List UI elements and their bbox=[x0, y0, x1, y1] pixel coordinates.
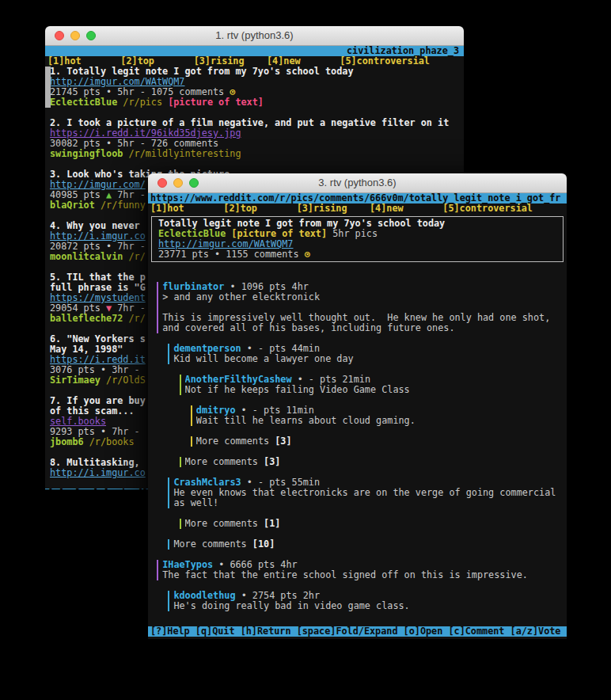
more-comments-label: More comments bbox=[173, 539, 252, 550]
comment-author[interactable]: kdoodlethug bbox=[173, 591, 235, 601]
comment-author[interactable]: dmitryo bbox=[196, 405, 236, 416]
post-link[interactable]: http://imgur.com/WAtWQM7 bbox=[50, 77, 184, 87]
tab-controversial[interactable]: [5]controversial bbox=[442, 204, 533, 214]
post-title: 1. Totally legit note I got from my 7yo'… bbox=[48, 67, 464, 77]
post-item[interactable]: 2. I took a picture of a film negative, … bbox=[48, 118, 464, 169]
comment-text: > and any other elecktronick bbox=[162, 292, 567, 302]
zoom-button[interactable] bbox=[86, 31, 96, 40]
post-link[interactable]: http://i.imgur.co bbox=[50, 468, 146, 478]
tab-rising[interactable]: [3]rising bbox=[194, 56, 245, 67]
post-age-comments: 7hr - bbox=[112, 303, 151, 314]
close-button[interactable] bbox=[55, 31, 64, 40]
tab-new[interactable]: [4]new bbox=[267, 56, 301, 67]
post-subreddit[interactable]: /r/funny bbox=[95, 200, 146, 211]
comment[interactable]: dmitryo • - pts 11minWait till he learns… bbox=[191, 405, 567, 426]
post-author[interactable]: swingingfloob bbox=[50, 149, 123, 159]
post-subreddit[interactable]: /r/mildlyinteresting bbox=[123, 149, 241, 159]
post-item[interactable]: 1. Totally legit note I got from my 7yo'… bbox=[48, 67, 464, 118]
comment-text: as well! bbox=[173, 498, 567, 508]
submission-score: 23771 pts • 1155 comments bbox=[158, 249, 299, 260]
blank-line bbox=[151, 611, 567, 622]
post-age-comments: 7hr - bbox=[112, 242, 151, 252]
blank-line bbox=[151, 426, 567, 436]
submission-author[interactable]: EclecticBlue bbox=[158, 229, 226, 239]
more-comments[interactable]: More comments [10] bbox=[168, 539, 567, 550]
post-stats: 30082 pts • 5hr - 726 comments bbox=[48, 139, 464, 149]
post-subreddit[interactable]: /r/ bbox=[123, 252, 145, 262]
blank-line bbox=[151, 580, 567, 591]
post-author[interactable]: blaQriot bbox=[50, 200, 95, 211]
comment-author[interactable]: AnotherFilthyCashew bbox=[185, 375, 292, 385]
comment-header: CrashMclars3 • - pts 55min bbox=[173, 477, 567, 488]
minimize-button[interactable] bbox=[70, 31, 80, 40]
post-link[interactable]: https://i.redd.it/96ikd35djesy.jpg bbox=[50, 128, 241, 139]
comment-text: Kid will become a lawyer one day bbox=[173, 354, 567, 364]
comment[interactable]: dementperson • - pts 44minKid will becom… bbox=[168, 344, 567, 364]
blank-line bbox=[151, 395, 567, 405]
blank-line bbox=[151, 333, 567, 344]
comment-list: flurbinator • 1096 pts 4hr> and any othe… bbox=[148, 282, 567, 622]
comment-text: Wait till he learns about cloud gaming. bbox=[196, 416, 567, 426]
comment-author[interactable]: flurbinator bbox=[162, 282, 224, 292]
tab-rising[interactable]: [3]rising bbox=[297, 204, 347, 214]
comment-meta: • 1096 pts 4hr bbox=[224, 282, 309, 292]
comment-author[interactable]: IHaeTypos bbox=[162, 560, 213, 570]
post-author[interactable]: jbomb6 bbox=[50, 437, 84, 447]
tab-top[interactable]: [2]top bbox=[120, 56, 154, 67]
blank-line bbox=[48, 108, 464, 118]
submission-summary-box[interactable]: Totally legit note I got from my 7yo's s… bbox=[151, 216, 564, 262]
titlebar: 1. rtv (python3.6) bbox=[45, 26, 464, 46]
post-subreddit[interactable]: /r/pics bbox=[117, 97, 162, 108]
comment[interactable]: AnotherFilthyCashew • - pts 21minNot if … bbox=[180, 375, 567, 395]
submission-title: Totally legit note I got from my 7yo's s… bbox=[158, 219, 563, 229]
comment-meta: • 6666 pts 4hr bbox=[213, 560, 298, 570]
more-comments-label: More comments bbox=[196, 436, 275, 447]
post-subreddit[interactable]: /r/books bbox=[84, 437, 135, 447]
zoom-button[interactable] bbox=[189, 178, 199, 188]
comment-author[interactable]: CrashMclars3 bbox=[173, 477, 241, 488]
comment[interactable]: kdoodlethug • 2754 pts 2hrHe's doing rea… bbox=[168, 591, 567, 611]
tab-hot[interactable]: [1]hot bbox=[47, 56, 82, 67]
comment[interactable]: CrashMclars3 • - pts 55minHe even knows … bbox=[168, 477, 567, 508]
tab-new[interactable]: [4]new bbox=[370, 204, 404, 214]
post-author[interactable]: ballefleche72 bbox=[50, 314, 123, 324]
post-author[interactable]: SirTimaey bbox=[50, 375, 101, 386]
tab-top[interactable]: [2]top bbox=[223, 204, 257, 214]
more-comments[interactable]: More comments [3] bbox=[191, 436, 567, 447]
tab-hot[interactable]: [1]hot bbox=[150, 204, 184, 214]
post-age-comments: 5hr - 726 comments bbox=[112, 139, 218, 149]
post-link[interactable]: http://imgur.com/ bbox=[50, 180, 146, 190]
post-link[interactable]: http://i.imgur.co bbox=[50, 231, 146, 242]
comment[interactable]: IHaeTypos • 6666 pts 4hrThe fact that th… bbox=[157, 560, 567, 580]
comment-meta: • - pts 55min bbox=[241, 477, 320, 488]
post-score: 30082 pts bbox=[50, 139, 106, 149]
gilded-icon: ⊙ bbox=[305, 249, 310, 260]
comment-meta: • 2754 pts 2hr bbox=[236, 591, 321, 601]
post-link[interactable]: https://mystudent bbox=[50, 293, 146, 303]
post-link[interactable]: self.books bbox=[50, 417, 106, 427]
post-author[interactable]: moonlitcalvin bbox=[50, 252, 123, 262]
more-comments[interactable]: More comments [1] bbox=[180, 519, 567, 529]
close-button[interactable] bbox=[157, 178, 167, 188]
post-subreddit[interactable]: /r/ bbox=[123, 314, 145, 324]
post-subreddit[interactable]: /r/OldS bbox=[101, 375, 146, 386]
comment[interactable]: flurbinator • 1096 pts 4hr> and any othe… bbox=[157, 282, 567, 333]
post-byline: EclecticBlue /r/pics [picture of text] bbox=[48, 97, 464, 108]
post-age-comments: 7hr - bbox=[112, 190, 151, 200]
submission-byline: EclecticBlue[picture of text]5hr pics bbox=[158, 229, 563, 239]
page-header-bar: Front Page civilization_phaze_3 bbox=[45, 46, 464, 56]
status-bar: [?]Help [q]Quit [h]Return [space]Fold/Ex… bbox=[148, 626, 567, 637]
submission-tag: [picture of text] bbox=[231, 229, 327, 239]
post-link[interactable]: https://i.redd.it bbox=[50, 355, 146, 365]
blank-line bbox=[151, 467, 567, 477]
post-author[interactable]: EclecticBlue bbox=[50, 97, 117, 108]
more-comments-label: More comments bbox=[185, 519, 264, 529]
more-comments-line: More comments [10] bbox=[173, 539, 567, 550]
tab-controversial[interactable]: [5]controversial bbox=[340, 56, 430, 67]
comment-text: He's doing really bad in video game clas… bbox=[173, 601, 567, 611]
post-title: 2. I took a picture of a film negative, … bbox=[48, 118, 464, 128]
comment-author[interactable]: dementperson bbox=[173, 344, 241, 354]
more-comments[interactable]: More comments [3] bbox=[180, 457, 567, 467]
minimize-button[interactable] bbox=[173, 178, 183, 188]
submission-link[interactable]: http://imgur.com/WAtWQM7 bbox=[158, 239, 293, 249]
